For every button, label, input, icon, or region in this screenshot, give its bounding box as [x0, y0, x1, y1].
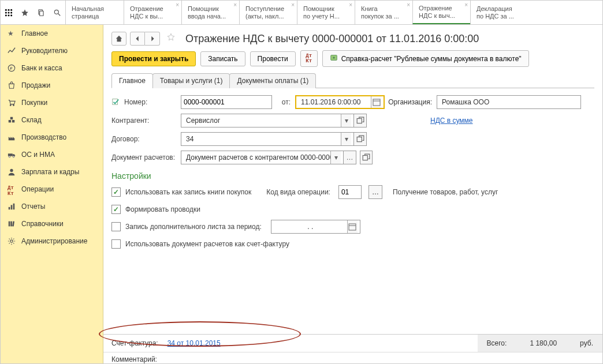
tab-label: Отражение [419, 5, 459, 12]
tab-vat-assistant[interactable]: Помощникпо учету Н...× [297, 1, 355, 24]
sidebar-item-label: Операции [21, 185, 54, 193]
write-button[interactable]: Записать [200, 51, 245, 66]
svg-point-6 [5, 14, 7, 16]
tab-label-2: НДС к вы... [130, 13, 170, 20]
sidebar-item-warehouse[interactable]: Склад [1, 111, 103, 129]
favorite-icon[interactable] [167, 33, 178, 44]
star-icon[interactable] [17, 9, 33, 17]
button-label: Справка-расчет "Рублевые суммы документа… [341, 55, 522, 63]
svg-point-30 [10, 240, 13, 242]
svg-point-7 [8, 14, 9, 16]
tab-label: Декларация [477, 5, 516, 13]
op-code-input[interactable] [338, 185, 362, 199]
totals-box: Всего: 1 180,00 руб. [478, 335, 602, 352]
tab-receipt[interactable]: Поступление(акты, накл...× [239, 1, 297, 24]
sidebar-item-main[interactable]: ★Главное [1, 25, 103, 42]
sidebar-item-reports[interactable]: Отчеты [1, 198, 103, 215]
op-code-choose-button[interactable]: … [368, 185, 382, 199]
sidebar-item-purchases[interactable]: Покупки [1, 94, 103, 111]
use-as-sf-checkbox[interactable] [111, 239, 121, 249]
search-icon[interactable] [49, 9, 65, 17]
post-and-close-button[interactable]: Провести и закрыть [111, 51, 196, 66]
contract-input[interactable]: 34▾ [181, 132, 354, 146]
org-value: Ромашка ООО [440, 98, 578, 106]
form-entries-checkbox[interactable]: ✓ [111, 205, 121, 214]
svg-rect-36 [357, 119, 362, 123]
sidebar-item-label: ОС и НМА [21, 151, 55, 159]
sidebar-item-label: Отчеты [21, 202, 45, 211]
calendar-icon[interactable] [371, 96, 381, 108]
number-label: Номер: [124, 98, 181, 106]
date-input[interactable]: 11.01.2016 0:00:00 [295, 95, 385, 109]
sidebar-item-sales[interactable]: Продажи [1, 77, 103, 94]
sidebar-item-label: Продажи [21, 81, 50, 89]
close-icon[interactable]: × [349, 2, 352, 9]
sidebar-item-bank[interactable]: ₽Банк и касса [1, 59, 103, 77]
subtab-goods[interactable]: Товары и услуги (1) [152, 73, 230, 88]
tab-label-2: по учету Н... [303, 13, 343, 20]
ellipsis-button[interactable]: … [344, 151, 356, 164]
sidebar-item-assets[interactable]: ОС и НМА [1, 146, 103, 163]
tab-vat-reflection-1[interactable]: ОтражениеНДС к вы...× [124, 1, 181, 24]
sidebar-item-directories[interactable]: Справочники [1, 215, 103, 232]
forward-button[interactable] [145, 32, 160, 46]
tab-vat-declaration[interactable]: Декларацияпо НДС за ... [470, 1, 528, 24]
total-currency: руб. [580, 339, 593, 347]
chevron-down-icon[interactable]: ▾ [341, 133, 351, 145]
sidebar-item-label: Руководителю [21, 47, 68, 55]
svg-rect-26 [13, 204, 15, 210]
tab-label: Книга [361, 5, 401, 13]
svg-rect-34 [373, 99, 380, 106]
sidebar-item-operations[interactable]: ДтКтОперации [1, 181, 103, 198]
bars-icon [8, 202, 16, 211]
svg-rect-20 [8, 153, 13, 156]
history-icon[interactable] [33, 9, 49, 17]
sidebar-item-manager[interactable]: Руководителю [1, 42, 103, 59]
dtk-button[interactable]: ДтКт [300, 50, 318, 66]
org-input[interactable]: Ромашка ООО [437, 95, 581, 109]
close-icon[interactable]: × [407, 2, 410, 9]
subtab-main[interactable]: Главное [111, 73, 153, 88]
footer-bar: Счет-фактура: 34 от 10.01.2015 Всего: 1 … [103, 334, 602, 352]
sidebar-item-admin[interactable]: Администрирование [1, 232, 103, 250]
vat-in-sum-link[interactable]: НДС в сумме [430, 117, 473, 125]
close-icon[interactable]: × [291, 2, 295, 9]
close-icon[interactable]: × [464, 2, 468, 9]
svg-point-5 [10, 12, 12, 13]
invoice-link[interactable]: 34 от 10.01.2015 [168, 339, 221, 347]
number-input[interactable] [181, 95, 272, 109]
back-button[interactable] [130, 32, 145, 46]
tab-start-page[interactable]: Начальнаястраница [66, 1, 124, 24]
open-ref-button[interactable] [360, 151, 373, 164]
svg-rect-29 [12, 221, 14, 226]
use-book-checkbox[interactable]: ✓ [111, 187, 121, 197]
tab-vat-reflection-2[interactable]: ОтражениеНДС к выч...× [412, 1, 470, 24]
svg-line-12 [58, 13, 61, 16]
close-icon[interactable]: × [176, 2, 179, 9]
org-label: Организация: [385, 98, 437, 106]
tab-assistant-init[interactable]: Помощникввода нача...× [181, 1, 239, 24]
extra-sheet-date-input[interactable]: . . [271, 220, 360, 234]
sidebar-item-production[interactable]: Производство [1, 129, 103, 146]
chevron-down-icon[interactable]: ▾ [341, 114, 351, 127]
subtab-payments[interactable]: Документы оплаты (1) [229, 73, 316, 88]
report-currency-button[interactable]: Справка-расчет "Рублевые суммы документа… [322, 50, 529, 67]
command-bar: Провести и закрыть Записать Провести ДтК… [103, 50, 602, 73]
svg-rect-25 [11, 205, 13, 209]
open-ref-button[interactable] [354, 132, 367, 146]
chevron-down-icon[interactable]: ▾ [330, 151, 341, 164]
apps-icon[interactable] [1, 9, 17, 17]
svg-point-1 [8, 9, 9, 10]
sidebar-item-salary[interactable]: Зарплата и кадры [1, 163, 103, 181]
home-button[interactable] [111, 32, 126, 46]
docsettle-input[interactable]: Документ расчетов с контрагентом 0000-00… [181, 151, 344, 164]
close-icon[interactable]: × [233, 2, 237, 9]
tab-purchase-book[interactable]: Книгапокупок за ...× [355, 1, 412, 24]
counterparty-input[interactable]: Сервислог▾ [181, 114, 354, 127]
open-ref-button[interactable] [354, 114, 367, 127]
extra-sheet-checkbox[interactable] [111, 222, 121, 231]
post-button[interactable]: Провести [250, 51, 296, 66]
settings-header: Настройки [111, 171, 594, 181]
calendar-icon[interactable] [347, 220, 358, 233]
tabs-bar: Начальнаястраница ОтражениеНДС к вы...× … [66, 1, 602, 24]
